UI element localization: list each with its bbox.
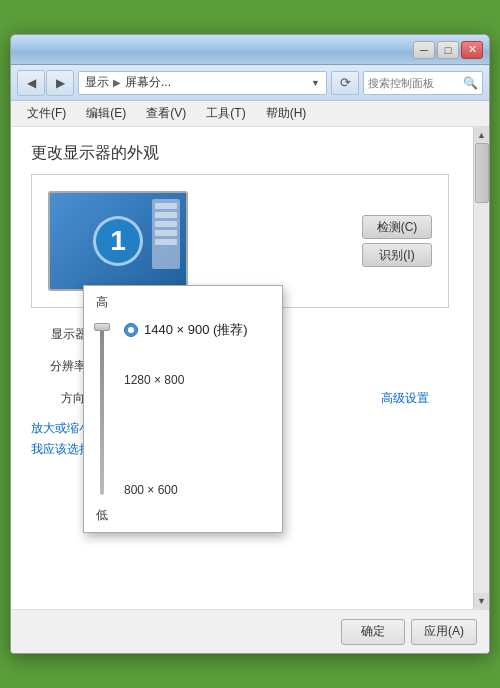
- menu-help[interactable]: 帮助(H): [258, 103, 315, 124]
- menu-view[interactable]: 查看(V): [138, 103, 194, 124]
- minimize-button[interactable]: ─: [413, 41, 435, 59]
- slider-track: [100, 323, 104, 495]
- dropdown-high-label: 高: [84, 290, 282, 315]
- scrollbar[interactable]: ▲ ▼: [473, 127, 489, 609]
- monitor-action-buttons: 检测(C) 识别(I): [362, 215, 432, 267]
- identify-button[interactable]: 识别(I): [362, 243, 432, 267]
- monitor-sidebar-panel: [152, 199, 180, 269]
- sidebar-line-1: [155, 203, 177, 209]
- sidebar-line-4: [155, 230, 177, 236]
- back-button[interactable]: ◀: [17, 70, 45, 96]
- resolution-dropdown-panel[interactable]: 高 1440 × 900 (推荐) 1280 × 800: [83, 285, 283, 533]
- ok-button[interactable]: 确定: [341, 619, 405, 645]
- scroll-up-arrow[interactable]: ▲: [474, 127, 490, 143]
- breadcrumb: 显示 ▶ 屏幕分... ▼: [78, 71, 327, 95]
- main-content: ▲ ▼ 更改显示器的外观 1: [11, 127, 489, 609]
- breadcrumb-dropdown-icon[interactable]: ▼: [307, 78, 320, 88]
- breadcrumb-part2: 屏幕分...: [125, 74, 171, 91]
- sidebar-line-3: [155, 221, 177, 227]
- sidebar-line-5: [155, 239, 177, 245]
- maximize-button[interactable]: □: [437, 41, 459, 59]
- breadcrumb-part1: 显示: [85, 74, 109, 91]
- scroll-track: [474, 143, 489, 593]
- scroll-down-arrow[interactable]: ▼: [474, 593, 490, 609]
- detect-button[interactable]: 检测(C): [362, 215, 432, 239]
- monitor-number: 1: [93, 216, 143, 266]
- main-window: ─ □ ✕ ◀ ▶ 显示 ▶ 屏幕分... ▼ ⟳ 🔍 文件(F) 编辑(E) …: [10, 34, 490, 654]
- nav-buttons: ◀ ▶: [17, 70, 74, 96]
- scroll-thumb[interactable]: [475, 143, 489, 203]
- resolution-item-1[interactable]: 1440 × 900 (推荐): [144, 321, 248, 339]
- apply-button[interactable]: 应用(A): [411, 619, 477, 645]
- search-input[interactable]: [368, 77, 461, 89]
- sidebar-line-2: [155, 212, 177, 218]
- forward-button[interactable]: ▶: [46, 70, 74, 96]
- dropdown-low-label: 低: [84, 503, 282, 528]
- advanced-settings-link[interactable]: 高级设置: [381, 390, 429, 407]
- slider-labels: 1440 × 900 (推荐) 1280 × 800 800 × 600: [120, 319, 274, 499]
- menu-tools[interactable]: 工具(T): [198, 103, 253, 124]
- close-button[interactable]: ✕: [461, 41, 483, 59]
- search-icon: 🔍: [463, 76, 478, 90]
- slider-track-container: [92, 319, 112, 499]
- resolution-item-3[interactable]: 800 × 600: [124, 483, 178, 497]
- page-title: 更改显示器的外观: [31, 143, 449, 164]
- title-controls: ─ □ ✕: [413, 41, 483, 59]
- resolution-item-2[interactable]: 1280 × 800: [124, 373, 184, 387]
- address-bar: ◀ ▶ 显示 ▶ 屏幕分... ▼ ⟳ 🔍: [11, 65, 489, 101]
- breadcrumb-sep: ▶: [113, 77, 121, 88]
- bottom-bar: 确定 应用(A): [11, 609, 489, 653]
- menu-edit[interactable]: 编辑(E): [78, 103, 134, 124]
- resolution-slider[interactable]: 1440 × 900 (推荐) 1280 × 800 800 × 600: [84, 319, 282, 499]
- search-bar: 🔍: [363, 71, 483, 95]
- refresh-button[interactable]: ⟳: [331, 71, 359, 95]
- slider-thumb[interactable]: [94, 323, 110, 331]
- menu-bar: 文件(F) 编辑(E) 查看(V) 工具(T) 帮助(H): [11, 101, 489, 127]
- menu-file[interactable]: 文件(F): [19, 103, 74, 124]
- title-bar: ─ □ ✕: [11, 35, 489, 65]
- monitor-preview: 1: [48, 191, 188, 291]
